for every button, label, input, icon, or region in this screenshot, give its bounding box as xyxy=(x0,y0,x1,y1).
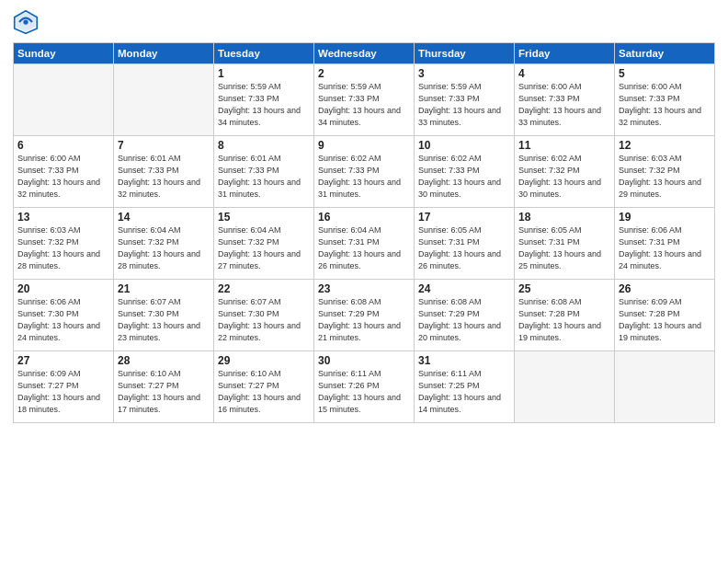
day-number: 29 xyxy=(218,354,310,367)
day-number: 31 xyxy=(418,354,510,367)
calendar-cell: 10Sunrise: 6:02 AM Sunset: 7:33 PM Dayli… xyxy=(415,136,515,208)
weekday-header-cell: Sunday xyxy=(14,43,114,64)
day-info: Sunrise: 6:00 AM Sunset: 7:33 PM Dayligh… xyxy=(619,81,711,129)
day-info: Sunrise: 6:03 AM Sunset: 7:32 PM Dayligh… xyxy=(17,224,109,272)
calendar-cell: 19Sunrise: 6:06 AM Sunset: 7:31 PM Dayli… xyxy=(615,208,715,280)
day-info: Sunrise: 6:03 AM Sunset: 7:32 PM Dayligh… xyxy=(619,153,711,201)
day-number: 25 xyxy=(518,282,610,295)
day-number: 21 xyxy=(118,282,210,295)
day-info: Sunrise: 6:01 AM Sunset: 7:33 PM Dayligh… xyxy=(218,153,310,201)
day-number: 17 xyxy=(418,211,510,224)
calendar-week-row: 27Sunrise: 6:09 AM Sunset: 7:27 PM Dayli… xyxy=(14,351,715,423)
calendar-cell: 2Sunrise: 5:59 AM Sunset: 7:33 PM Daylig… xyxy=(314,64,415,136)
day-number: 6 xyxy=(17,139,109,152)
day-info: Sunrise: 6:02 AM Sunset: 7:33 PM Dayligh… xyxy=(318,153,410,201)
calendar-cell: 26Sunrise: 6:09 AM Sunset: 7:28 PM Dayli… xyxy=(615,280,715,351)
calendar-cell: 22Sunrise: 6:07 AM Sunset: 7:30 PM Dayli… xyxy=(214,280,314,351)
calendar-cell xyxy=(114,64,214,136)
calendar-cell: 14Sunrise: 6:04 AM Sunset: 7:32 PM Dayli… xyxy=(114,208,214,280)
svg-point-2 xyxy=(23,19,28,24)
logo-icon xyxy=(13,9,39,35)
day-info: Sunrise: 6:02 AM Sunset: 7:33 PM Dayligh… xyxy=(418,153,510,201)
calendar-cell: 15Sunrise: 6:04 AM Sunset: 7:32 PM Dayli… xyxy=(214,208,314,280)
day-info: Sunrise: 5:59 AM Sunset: 7:33 PM Dayligh… xyxy=(418,81,510,129)
calendar-cell: 20Sunrise: 6:06 AM Sunset: 7:30 PM Dayli… xyxy=(14,280,114,351)
calendar-cell: 7Sunrise: 6:01 AM Sunset: 7:33 PM Daylig… xyxy=(114,136,214,208)
day-number: 12 xyxy=(619,139,711,152)
day-info: Sunrise: 6:10 AM Sunset: 7:27 PM Dayligh… xyxy=(118,368,210,416)
day-info: Sunrise: 6:04 AM Sunset: 7:32 PM Dayligh… xyxy=(118,224,210,272)
day-number: 28 xyxy=(118,354,210,367)
day-info: Sunrise: 6:00 AM Sunset: 7:33 PM Dayligh… xyxy=(17,153,109,201)
calendar-week-row: 1Sunrise: 5:59 AM Sunset: 7:33 PM Daylig… xyxy=(14,64,715,136)
calendar-cell: 21Sunrise: 6:07 AM Sunset: 7:30 PM Dayli… xyxy=(114,280,214,351)
calendar-cell: 17Sunrise: 6:05 AM Sunset: 7:31 PM Dayli… xyxy=(415,208,515,280)
day-info: Sunrise: 5:59 AM Sunset: 7:33 PM Dayligh… xyxy=(318,81,410,129)
calendar-table: SundayMondayTuesdayWednesdayThursdayFrid… xyxy=(13,42,715,423)
weekday-header-row: SundayMondayTuesdayWednesdayThursdayFrid… xyxy=(14,43,715,64)
day-info: Sunrise: 6:07 AM Sunset: 7:30 PM Dayligh… xyxy=(118,296,210,344)
calendar-cell xyxy=(14,64,114,136)
day-number: 7 xyxy=(118,139,210,152)
calendar-cell: 9Sunrise: 6:02 AM Sunset: 7:33 PM Daylig… xyxy=(314,136,415,208)
calendar-body: 1Sunrise: 5:59 AM Sunset: 7:33 PM Daylig… xyxy=(14,64,715,423)
weekday-header-cell: Thursday xyxy=(415,43,515,64)
weekday-header-cell: Wednesday xyxy=(314,43,415,64)
day-number: 5 xyxy=(619,67,711,80)
calendar-cell: 27Sunrise: 6:09 AM Sunset: 7:27 PM Dayli… xyxy=(14,351,114,423)
logo xyxy=(13,9,42,35)
weekday-header-cell: Friday xyxy=(515,43,615,64)
day-info: Sunrise: 6:09 AM Sunset: 7:27 PM Dayligh… xyxy=(17,368,109,416)
calendar-cell: 1Sunrise: 5:59 AM Sunset: 7:33 PM Daylig… xyxy=(214,64,314,136)
day-number: 2 xyxy=(318,67,410,80)
day-number: 15 xyxy=(218,211,310,224)
day-number: 1 xyxy=(218,67,310,80)
day-info: Sunrise: 6:11 AM Sunset: 7:26 PM Dayligh… xyxy=(318,368,410,416)
day-number: 24 xyxy=(418,282,510,295)
header xyxy=(13,9,715,35)
calendar-cell xyxy=(615,351,715,423)
calendar-cell: 3Sunrise: 5:59 AM Sunset: 7:33 PM Daylig… xyxy=(415,64,515,136)
day-number: 27 xyxy=(17,354,109,367)
day-number: 14 xyxy=(118,211,210,224)
weekday-header-cell: Tuesday xyxy=(214,43,314,64)
day-number: 10 xyxy=(418,139,510,152)
weekday-header-cell: Saturday xyxy=(615,43,715,64)
day-info: Sunrise: 6:02 AM Sunset: 7:32 PM Dayligh… xyxy=(518,153,610,201)
day-info: Sunrise: 6:10 AM Sunset: 7:27 PM Dayligh… xyxy=(218,368,310,416)
calendar-cell: 16Sunrise: 6:04 AM Sunset: 7:31 PM Dayli… xyxy=(314,208,415,280)
day-number: 18 xyxy=(518,211,610,224)
calendar-week-row: 20Sunrise: 6:06 AM Sunset: 7:30 PM Dayli… xyxy=(14,280,715,351)
calendar-cell: 28Sunrise: 6:10 AM Sunset: 7:27 PM Dayli… xyxy=(114,351,214,423)
day-number: 19 xyxy=(619,211,711,224)
day-number: 30 xyxy=(318,354,410,367)
day-info: Sunrise: 6:00 AM Sunset: 7:33 PM Dayligh… xyxy=(518,81,610,129)
calendar-cell: 24Sunrise: 6:08 AM Sunset: 7:29 PM Dayli… xyxy=(415,280,515,351)
day-number: 13 xyxy=(17,211,109,224)
day-info: Sunrise: 6:06 AM Sunset: 7:30 PM Dayligh… xyxy=(17,296,109,344)
day-number: 3 xyxy=(418,67,510,80)
day-number: 4 xyxy=(518,67,610,80)
day-number: 11 xyxy=(518,139,610,152)
calendar-cell xyxy=(515,351,615,423)
day-info: Sunrise: 6:08 AM Sunset: 7:29 PM Dayligh… xyxy=(318,296,410,344)
day-info: Sunrise: 6:09 AM Sunset: 7:28 PM Dayligh… xyxy=(619,296,711,344)
calendar-cell: 23Sunrise: 6:08 AM Sunset: 7:29 PM Dayli… xyxy=(314,280,415,351)
calendar-cell: 12Sunrise: 6:03 AM Sunset: 7:32 PM Dayli… xyxy=(615,136,715,208)
calendar-cell: 29Sunrise: 6:10 AM Sunset: 7:27 PM Dayli… xyxy=(214,351,314,423)
day-info: Sunrise: 6:11 AM Sunset: 7:25 PM Dayligh… xyxy=(418,368,510,416)
day-info: Sunrise: 6:07 AM Sunset: 7:30 PM Dayligh… xyxy=(218,296,310,344)
day-info: Sunrise: 6:06 AM Sunset: 7:31 PM Dayligh… xyxy=(619,224,711,272)
calendar-cell: 13Sunrise: 6:03 AM Sunset: 7:32 PM Dayli… xyxy=(14,208,114,280)
day-info: Sunrise: 6:08 AM Sunset: 7:28 PM Dayligh… xyxy=(518,296,610,344)
day-info: Sunrise: 6:05 AM Sunset: 7:31 PM Dayligh… xyxy=(518,224,610,272)
day-number: 16 xyxy=(318,211,410,224)
calendar-cell: 6Sunrise: 6:00 AM Sunset: 7:33 PM Daylig… xyxy=(14,136,114,208)
calendar-cell: 4Sunrise: 6:00 AM Sunset: 7:33 PM Daylig… xyxy=(515,64,615,136)
calendar-cell: 25Sunrise: 6:08 AM Sunset: 7:28 PM Dayli… xyxy=(515,280,615,351)
weekday-header-cell: Monday xyxy=(114,43,214,64)
day-info: Sunrise: 6:04 AM Sunset: 7:31 PM Dayligh… xyxy=(318,224,410,272)
day-number: 8 xyxy=(218,139,310,152)
calendar-week-row: 13Sunrise: 6:03 AM Sunset: 7:32 PM Dayli… xyxy=(14,208,715,280)
page-container: SundayMondayTuesdayWednesdayThursdayFrid… xyxy=(0,0,728,432)
